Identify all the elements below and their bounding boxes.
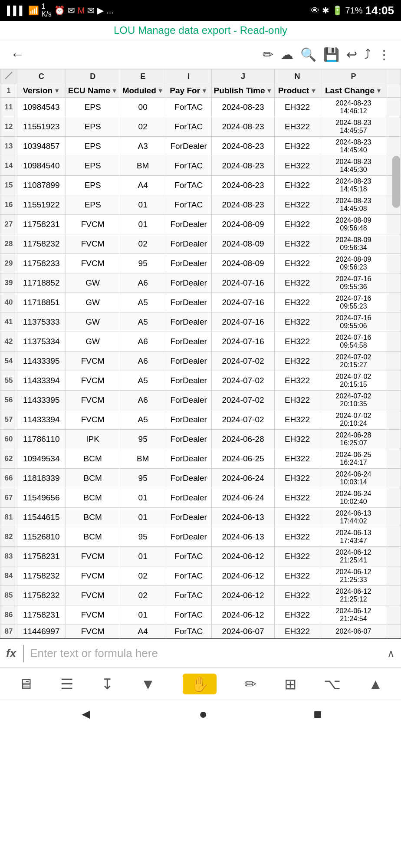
cell-rownum-row13[interactable]: 54 [0,352,17,371]
cell-p-row12[interactable]: 2024-07-16 09:54:58 [320,332,387,352]
table-row[interactable]: 4011718851GWA5ForDealer2024-07-16EH32220… [0,293,401,312]
cell-n-row24[interactable]: EH322 [275,566,320,586]
cell-p-row13[interactable]: 2024-07-02 20:15:27 [320,352,387,371]
cell-p-row17[interactable]: 2024-06-28 16:25:07 [320,430,387,449]
cell-d-row7[interactable]: FVCM [66,234,120,254]
cell-e-row11[interactable]: A5 [120,312,166,332]
table-row[interactable]: 8711446997FVCMA4ForTAC2024-06-07EH322202… [0,625,401,638]
header-ecu-name[interactable]: ECU Name▼ [66,84,120,98]
cell-d-row21[interactable]: BCM [66,508,120,527]
cell-e-row16[interactable]: A5 [120,410,166,430]
cell-c-row7[interactable]: 11758232 [17,234,66,254]
header-moduled[interactable]: Moduled▼ [120,84,166,98]
sort-icon[interactable]: ↧ [101,675,113,693]
cell-n-row23[interactable]: EH322 [275,547,320,566]
cell-i-row7[interactable]: ForDealer [166,234,211,254]
more-icon[interactable]: ⋮ [374,45,394,64]
cell-e-row8[interactable]: 95 [120,254,166,273]
cell-d-row14[interactable]: FVCM [66,371,120,391]
table-row[interactable]: 2911758233FVCM95ForDealer2024-08-09EH322… [0,254,401,273]
table-row[interactable]: 8511758232FVCM02ForTAC2024-06-12EH322202… [0,586,401,605]
cell-p-row6[interactable]: 2024-08-09 09:56:48 [320,215,387,234]
col-header-e[interactable]: E [120,69,166,84]
cell-c-row20[interactable]: 11549656 [17,488,66,508]
header-pay-for[interactable]: Pay For▼ [166,84,211,98]
cell-rownum-row3[interactable]: 14 [0,156,17,176]
table-row[interactable]: 5711433394FVCMA5ForDealer2024-07-02EH322… [0,410,401,430]
cell-d-row12[interactable]: GW [66,332,120,352]
cell-i-row6[interactable]: ForDealer [166,215,211,234]
cell-rownum-row26[interactable]: 86 [0,605,17,625]
cell-n-row16[interactable]: EH322 [275,410,320,430]
col-header-n[interactable]: N [275,69,320,84]
cell-e-row24[interactable]: 02 [120,566,166,586]
share-icon[interactable]: ⤴ [361,46,374,64]
cell-rownum-row22[interactable]: 82 [0,527,17,547]
cell-rownum-row1[interactable]: 12 [0,117,17,137]
cell-p-row19[interactable]: 2024-06-24 10:03:14 [320,469,387,488]
cell-p-row23[interactable]: 2024-06-12 21:25:41 [320,547,387,566]
cell-c-row27[interactable]: 11446997 [17,625,66,638]
cell-d-row5[interactable]: EPS [66,195,120,215]
cell-c-row5[interactable]: 11551922 [17,195,66,215]
cell-j-row26[interactable]: 2024-06-12 [211,605,275,625]
cell-i-row25[interactable]: ForTAC [166,586,211,605]
cell-c-row23[interactable]: 11758231 [17,547,66,566]
table-row[interactable]: 2811758232FVCM02ForDealer2024-08-09EH322… [0,234,401,254]
col-header-j[interactable]: J [211,69,275,84]
cell-n-row22[interactable]: EH322 [275,527,320,547]
cell-i-row27[interactable]: ForTAC [166,625,211,638]
cell-e-row26[interactable]: 01 [120,605,166,625]
cell-j-row19[interactable]: 2024-06-24 [211,469,275,488]
cell-p-row24[interactable]: 2024-06-12 21:25:33 [320,566,387,586]
cell-d-row27[interactable]: FVCM [66,625,120,638]
cell-j-row27[interactable]: 2024-06-07 [211,625,275,638]
cell-n-row4[interactable]: EH322 [275,176,320,195]
cell-j-row17[interactable]: 2024-06-28 [211,430,275,449]
pencil-icon[interactable]: ✏ [244,675,256,693]
cell-d-row26[interactable]: FVCM [66,605,120,625]
cell-c-row16[interactable]: 11433394 [17,410,66,430]
spreadsheet-scroll[interactable]: C D E I J N P 1 Version▼ ECU Name▼ [0,69,401,638]
cell-c-row8[interactable]: 11758233 [17,254,66,273]
cell-i-row15[interactable]: ForDealer [166,391,211,410]
cell-j-row13[interactable]: 2024-07-02 [211,352,275,371]
formula-input[interactable]: Enter text or formula here [30,647,387,660]
table-row[interactable]: 6210949534BCMBMForDealer2024-06-25EH3222… [0,449,401,469]
cell-n-row0[interactable]: EH322 [275,98,320,117]
cell-i-row1[interactable]: ForTAC [166,117,211,137]
cell-j-row8[interactable]: 2024-08-09 [211,254,275,273]
cell-p-row11[interactable]: 2024-07-16 09:55:06 [320,312,387,332]
cell-rownum-row21[interactable]: 81 [0,508,17,527]
table-row[interactable]: 1611551922EPS01ForTAC2024-08-23EH3222024… [0,195,401,215]
cell-rownum-row20[interactable]: 67 [0,488,17,508]
cell-j-row11[interactable]: 2024-07-16 [211,312,275,332]
table-row[interactable]: 4211375334GWA6ForDealer2024-07-16EH32220… [0,332,401,352]
cell-p-row18[interactable]: 2024-06-25 16:24:17 [320,449,387,469]
cell-d-row20[interactable]: BCM [66,488,120,508]
cell-i-row22[interactable]: ForDealer [166,527,211,547]
cell-rownum-row7[interactable]: 28 [0,234,17,254]
cell-rownum-row12[interactable]: 42 [0,332,17,352]
cell-i-row4[interactable]: ForTAC [166,176,211,195]
cell-rownum-row0[interactable]: 11 [0,98,17,117]
cell-i-row19[interactable]: ForDealer [166,469,211,488]
cell-i-row13[interactable]: ForDealer [166,352,211,371]
cell-p-row16[interactable]: 2024-07-02 20:10:24 [320,410,387,430]
table-row[interactable]: 5411433395FVCMA6ForDealer2024-07-02EH322… [0,352,401,371]
cell-c-row3[interactable]: 10984540 [17,156,66,176]
cell-e-row23[interactable]: 01 [120,547,166,566]
cell-rownum-row23[interactable]: 83 [0,547,17,566]
cell-i-row10[interactable]: ForDealer [166,293,211,312]
scrollbar[interactable] [392,156,400,208]
header-product[interactable]: Product▼ [275,84,320,98]
cell-n-row8[interactable]: EH322 [275,254,320,273]
table-row[interactable]: 1410984540EPSBMForTAC2024-08-23EH3222024… [0,156,401,176]
cell-rownum-row4[interactable]: 15 [0,176,17,195]
cell-e-row5[interactable]: 01 [120,195,166,215]
cell-p-row8[interactable]: 2024-08-09 09:56:23 [320,254,387,273]
cell-n-row12[interactable]: EH322 [275,332,320,352]
cell-d-row13[interactable]: FVCM [66,352,120,371]
collapse-icon[interactable]: ∧ [387,648,395,660]
cell-d-row18[interactable]: BCM [66,449,120,469]
